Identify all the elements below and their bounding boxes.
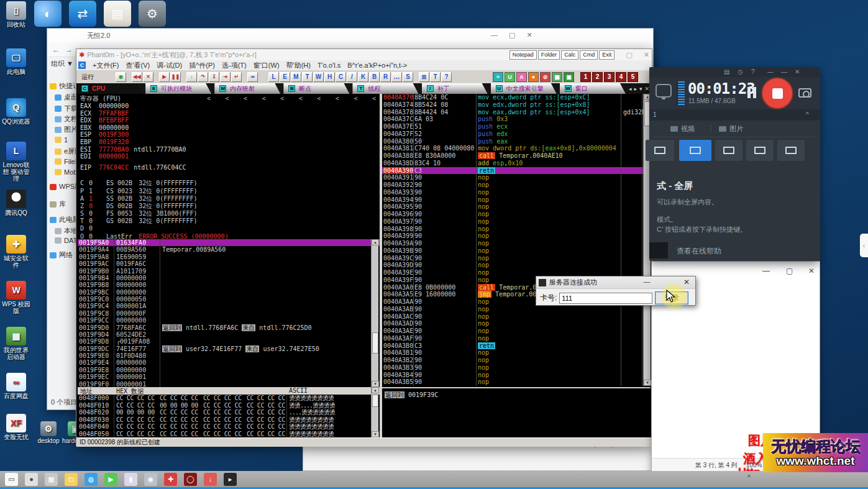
trace-over-icon[interactable]: ⇥	[220, 72, 231, 82]
step-over-icon[interactable]: ↷	[198, 72, 208, 82]
bank-arrow-icon[interactable]: <	[262, 94, 266, 103]
toolbar-letter-W[interactable]: W	[313, 72, 324, 82]
plugin-a-icon[interactable]: A	[516, 72, 527, 82]
desktop-small-icon-1[interactable]: ⚙desktop	[35, 421, 62, 444]
disasm-row[interactable]: 0040A39C90nop	[382, 255, 651, 262]
tab-可执行模块[interactable]: E可执行模块	[145, 83, 211, 94]
dump-row[interactable]: 0048F040CC CC CC CCCC CC CC CCCC CC CC C…	[78, 423, 380, 431]
menu-item[interactable]: +文件(F)	[93, 61, 119, 70]
disasm-row[interactable]: 0040A3B590nop	[382, 378, 651, 386]
bank-arrow-icon[interactable]: <	[336, 94, 339, 103]
stack-row[interactable]: 0019F9B400000000	[78, 275, 380, 281]
trace-into-icon[interactable]: ↧	[209, 72, 219, 82]
task-view-icon[interactable]: ▦	[45, 473, 58, 486]
tab-窗口[interactable]: W窗口	[560, 83, 626, 94]
disasm-row[interactable]: 0040A390C3retn	[382, 167, 651, 175]
titlebar-button-cmd[interactable]: Cmd	[580, 50, 598, 60]
stack-row[interactable]: 0019F9CC00000000	[78, 317, 380, 324]
menu-item[interactable]: 选-项(T)	[222, 61, 247, 70]
help-icon[interactable]: ?	[751, 68, 755, 75]
recorder-tab-视频[interactable]: 视频	[670, 124, 695, 134]
disasm-row[interactable]: 0040A39A90nop	[382, 240, 651, 247]
player-icon[interactable]: ▶	[104, 473, 117, 486]
folder-icon[interactable]: ▤	[724, 68, 729, 75]
browser-globe-icon[interactable]: ◐	[34, 1, 62, 27]
stack-row[interactable]: 0019F9A81E690059	[78, 254, 380, 260]
toolbar-letter-E[interactable]: E	[280, 72, 290, 82]
appearance-icon[interactable]: T	[430, 72, 441, 82]
help-icon[interactable]: ?	[441, 72, 452, 82]
record-icon[interactable]: ●	[25, 473, 38, 486]
desktop-icon-9[interactable]: ∞百度网盘	[1, 373, 31, 400]
organize-button[interactable]: 组织 ▼	[51, 59, 73, 68]
menu-item[interactable]: B^r'e.a'kP+o+i"n,t->	[347, 62, 407, 69]
until-return-icon[interactable]: ↵	[231, 72, 242, 82]
dump-row[interactable]: 0048F050CC CC CC CCCC CC CC CCCC CC CC C…	[78, 431, 380, 438]
close-icon[interactable]: ✕	[644, 51, 649, 59]
bank-arrow-icon[interactable]: <	[372, 94, 376, 103]
explorer-window-buttons[interactable]: —▢✕	[491, 31, 532, 39]
disassembly-panel[interactable]: 0040A3708B4C24 0Cmov ecx,dword ptr ss:[e…	[382, 94, 651, 386]
stack-row[interactable]: 0019F9D07768FA6C返回到 ntdll.7768FA6C 来自 nt…	[78, 324, 380, 331]
desktop-icon-8[interactable]: ▦我的世界启动器	[1, 327, 31, 360]
disasm-row[interactable]: 0040A38050push eax	[382, 138, 651, 145]
close-icon[interactable]: ✕	[795, 68, 800, 75]
stack-row[interactable]: 0019F9C40000001A	[78, 303, 380, 309]
console-icon[interactable]: ▸	[224, 473, 237, 486]
tab-CPU[interactable]: CCPU	[76, 83, 142, 94]
menu-item[interactable]: T'o.o'l.s	[318, 62, 340, 69]
step-into-icon[interactable]: ↓	[186, 72, 197, 82]
desktop-button-4[interactable]: 4	[616, 72, 626, 82]
disasm-row[interactable]: 0040A37C6A 03push 0x3	[382, 116, 651, 123]
tab-线程[interactable]: T线程	[352, 83, 418, 94]
toolbar-letter-K[interactable]: K	[358, 72, 368, 82]
plugin-eq-icon[interactable]: =	[493, 72, 503, 82]
stack-row[interactable]: 0019F9B0A1011709	[78, 268, 380, 275]
goto-icon[interactable]: ⇒	[247, 72, 258, 82]
stack-row[interactable]: 0019F9E001F0D480	[78, 352, 380, 359]
desktop-icon-1[interactable]: ▯回收站	[1, 1, 31, 28]
minimize2-icon[interactable]: —	[781, 68, 787, 75]
bag-icon[interactable]: ▮	[124, 473, 137, 486]
stack-scrollbar[interactable]: ▲▼	[371, 239, 378, 387]
titlebar-button-folder[interactable]: Folder	[538, 50, 560, 60]
explorer-nav-1[interactable]: 1	[55, 136, 68, 144]
notebooks-icon[interactable]: ▤	[104, 1, 131, 27]
360-icon[interactable]: ✚	[164, 473, 177, 486]
stack-row[interactable]: 0019F9EC00000001	[78, 373, 380, 380]
webcam-icon[interactable]	[656, 84, 672, 98]
pause-button[interactable]	[747, 87, 757, 98]
close-icon[interactable]: ✕	[143, 72, 153, 82]
toolbar-letter-B[interactable]: B	[369, 72, 380, 82]
toolbar-letter-S[interactable]: S	[403, 72, 413, 82]
desktop-button-1[interactable]: 1	[580, 72, 591, 82]
toolbar-letter-…[interactable]: …	[391, 72, 402, 82]
disasm-row[interactable]: 0040A39490nop	[382, 196, 651, 204]
registers-panel[interactable]: 寄存器 (FPU)<<<<<<<<<<EAX00000000ECX7FFAFBB…	[78, 94, 380, 239]
menu-item[interactable]: 查'看(V)	[126, 61, 150, 70]
menu-item[interactable]: 调-试(D)	[157, 61, 182, 70]
rewind-icon[interactable]: ◀◀	[132, 72, 142, 82]
swap-arrows-icon[interactable]: ⇄	[69, 1, 96, 27]
region-mode-icon[interactable]	[715, 140, 742, 161]
menu-item[interactable]: 插^件(P)	[189, 61, 215, 70]
minimize-icon[interactable]: —	[641, 278, 653, 285]
tab-nav-glyph[interactable]: ▸	[634, 86, 637, 92]
disasm-row[interactable]: 0040A388E8 830A0000call Temporar.0040AE1…	[382, 152, 651, 160]
explorer-nav-库[interactable]: 库	[50, 199, 66, 209]
stack-panel[interactable]: 0019F9A001634FA00019F9A40089A560Temporar…	[78, 239, 380, 387]
explorer-nav-下载[interactable]: 下载	[55, 104, 78, 113]
explorer-nav-文档[interactable]: 文档	[55, 114, 78, 124]
tab-nav-buttons[interactable]: ◂▸▾✕	[629, 83, 652, 94]
run-icon[interactable]: ▶	[159, 72, 170, 82]
disasm-row[interactable]: 0040A3748B5424 08mov edx,dword ptr ss:[e…	[382, 101, 651, 109]
online-help-link[interactable]: 查看在线帮助	[677, 246, 721, 257]
tab-补丁[interactable]: /补丁	[422, 83, 488, 94]
bank-arrow-icon[interactable]: <	[354, 94, 357, 103]
stack-row[interactable]: 0019F9C80000000F	[78, 310, 380, 317]
minimize-icon[interactable]: —	[491, 31, 498, 39]
bank-arrow-icon[interactable]: <	[207, 94, 211, 103]
disasm-row[interactable]: 0040A37E51push ecx	[382, 123, 651, 130]
plugin-screen-icon[interactable]: ▣	[564, 72, 574, 82]
disasm-row[interactable]: 0040A39690nop	[382, 211, 651, 218]
